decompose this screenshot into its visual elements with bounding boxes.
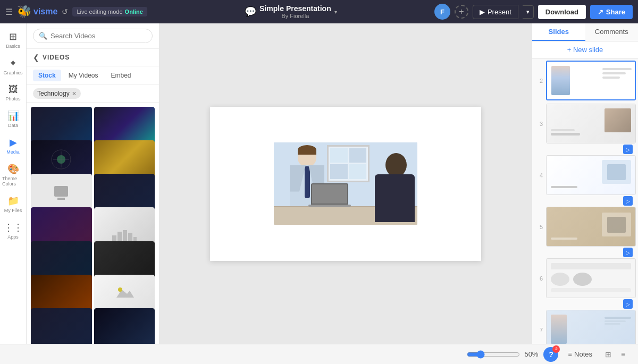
hamburger-icon[interactable]: ☰ xyxy=(5,7,13,17)
presentation-title: Simple Presentation xyxy=(259,4,331,13)
slide-main-image xyxy=(274,142,417,225)
slide-thumbnail[interactable] xyxy=(546,310,636,344)
undo-icon[interactable]: ↺ xyxy=(62,7,68,16)
live-mode-label: Live editing mode xyxy=(77,9,122,15)
slides-list: 2 3 xyxy=(532,58,638,344)
video-thumb[interactable] xyxy=(94,275,155,313)
theme-colors-label: Theme Colors xyxy=(2,176,24,187)
share-icon: ↗ xyxy=(598,8,603,16)
sidebar-item-photos[interactable]: 🖼 Photos xyxy=(0,81,26,105)
title-group[interactable]: Simple Presentation By Fiorella xyxy=(259,4,331,19)
new-slide-button[interactable]: + New slide xyxy=(532,41,638,58)
slide-item[interactable]: 3 xyxy=(534,104,636,143)
download-button[interactable]: Download xyxy=(538,5,586,19)
visme-logo: 🐝 visme xyxy=(17,5,57,19)
add-slide-icon[interactable]: ▷ xyxy=(623,248,633,257)
topbar: ☰ 🐝 visme ↺ Live editing mode Online 💬 S… xyxy=(0,0,638,23)
add-slide-icon[interactable]: ▷ xyxy=(623,145,633,154)
zoom-slider[interactable] xyxy=(467,350,520,359)
sidebar-item-data[interactable]: 📊 Data xyxy=(0,107,26,131)
sidebar-item-apps[interactable]: ⋮⋮ Apps xyxy=(0,218,26,243)
search-icon: 🔍 xyxy=(39,32,47,40)
photos-label: Photos xyxy=(5,96,20,101)
tab-my-videos[interactable]: My Videos xyxy=(63,70,104,81)
video-thumb[interactable] xyxy=(31,241,92,280)
panel-tabs: Stock My Videos Embed xyxy=(27,66,159,85)
video-thumb[interactable] xyxy=(31,140,92,179)
basics-icon: ⊞ xyxy=(9,31,17,43)
title-chevron-icon[interactable]: ▾ xyxy=(334,9,337,15)
comment-icon[interactable]: 💬 xyxy=(245,6,256,18)
sidebar-item-theme-colors[interactable]: 🎨 Theme Colors xyxy=(0,160,26,190)
video-panel: 🔍 ❮ VIDEOS Stock My Videos Embed Technol… xyxy=(27,23,160,344)
video-thumb[interactable] xyxy=(31,308,92,344)
add-collaborator-button[interactable]: + xyxy=(455,5,468,19)
share-label: Share xyxy=(606,8,625,16)
search-wrapper: 🔍 xyxy=(33,29,153,43)
canvas-area xyxy=(160,23,532,344)
slide-thumbnail[interactable] xyxy=(546,155,636,195)
search-input[interactable] xyxy=(51,32,147,40)
data-icon: 📊 xyxy=(7,110,19,122)
slide-thumbnail[interactable] xyxy=(546,104,636,143)
bottom-bar: 50% ? 2 ≡ Notes ⊞ ≡ xyxy=(0,344,638,364)
tab-comments[interactable]: Comments xyxy=(585,23,639,41)
filter-tag-technology: Technology ✕ xyxy=(33,88,81,99)
slide-number: 3 xyxy=(534,121,543,127)
slide-thumbnail[interactable] xyxy=(546,207,636,247)
slide-item[interactable]: 7 xyxy=(534,310,636,344)
list-view-button[interactable]: ≡ xyxy=(617,348,629,361)
video-thumb[interactable] xyxy=(31,174,92,212)
add-slide-icon[interactable]: ▷ xyxy=(623,196,633,206)
notification-badge: 2 xyxy=(552,345,560,353)
media-label: Media xyxy=(6,149,20,155)
slide-item[interactable]: 2 xyxy=(534,61,636,100)
present-button[interactable]: ▶ Present xyxy=(473,5,518,19)
panel-back-icon[interactable]: ❮ xyxy=(33,53,39,62)
my-files-label: My Files xyxy=(4,208,22,213)
graphics-label: Graphics xyxy=(3,70,22,75)
svg-rect-5 xyxy=(57,198,65,200)
slide-thumbnail[interactable] xyxy=(546,258,636,298)
slide-item[interactable]: 4 xyxy=(534,155,636,195)
video-thumb[interactable] xyxy=(94,140,155,179)
slide-item[interactable]: 5 xyxy=(534,207,636,247)
search-area: 🔍 xyxy=(27,23,159,49)
filter-row: Technology ✕ xyxy=(27,85,159,103)
avatar[interactable]: F xyxy=(434,4,450,20)
slide-number: 6 xyxy=(534,275,543,282)
canvas-slide xyxy=(210,107,481,261)
grid-view-button[interactable]: ⊞ xyxy=(602,348,615,361)
video-thumb[interactable] xyxy=(94,241,155,280)
filter-tag-close[interactable]: ✕ xyxy=(72,90,77,97)
present-dropdown-button[interactable]: ▾ xyxy=(523,5,534,19)
add-slide-icon[interactable]: ▷ xyxy=(623,299,633,309)
help-button[interactable]: ? 2 xyxy=(543,347,558,362)
tab-embed[interactable]: Embed xyxy=(106,70,137,81)
video-thumb[interactable] xyxy=(31,207,92,246)
panel-header: ❮ VIDEOS xyxy=(27,49,159,66)
slide-number: 5 xyxy=(534,224,543,230)
present-label: Present xyxy=(488,8,511,16)
video-thumb[interactable] xyxy=(94,207,155,246)
notes-icon: ≡ xyxy=(568,350,572,358)
tab-stock[interactable]: Stock xyxy=(33,70,61,81)
video-thumb[interactable] xyxy=(94,174,155,212)
play-icon: ▶ xyxy=(480,8,485,16)
video-thumb[interactable] xyxy=(31,107,92,145)
slide-thumbnail[interactable] xyxy=(546,61,636,100)
sidebar-item-media[interactable]: ▶ Media xyxy=(0,133,26,158)
live-status: Online xyxy=(125,9,143,15)
video-thumb[interactable] xyxy=(94,107,155,145)
sidebar-item-my-files[interactable]: 📁 My Files xyxy=(0,192,26,216)
share-button[interactable]: ↗ Share xyxy=(590,5,633,19)
sidebar-item-graphics[interactable]: ✦ Graphics xyxy=(0,54,26,79)
video-thumb[interactable] xyxy=(94,308,155,344)
video-thumb[interactable] xyxy=(31,275,92,313)
slide-item[interactable]: 6 xyxy=(534,258,636,298)
apps-icon: ⋮⋮ xyxy=(4,222,23,233)
notes-button[interactable]: ≡ Notes xyxy=(564,348,597,360)
zoom-controls: 50% xyxy=(467,350,538,359)
tab-slides[interactable]: Slides xyxy=(532,23,585,41)
sidebar-item-basics[interactable]: ⊞ Basics xyxy=(0,28,26,52)
